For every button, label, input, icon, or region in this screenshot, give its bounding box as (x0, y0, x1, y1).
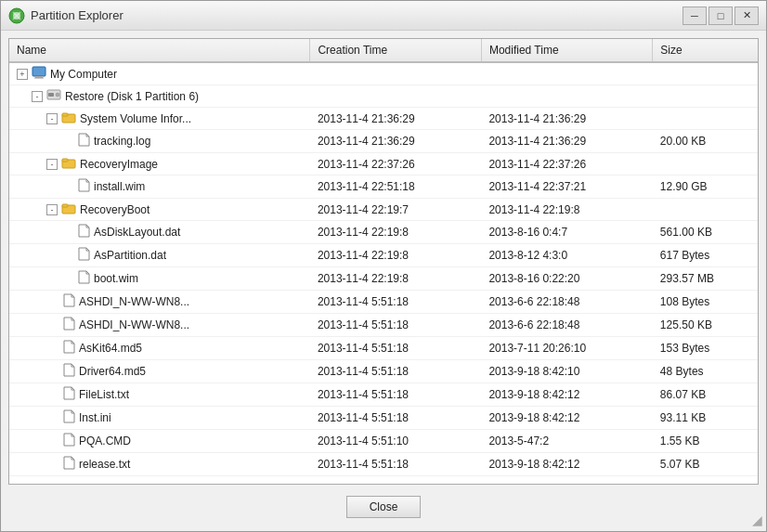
row-name-text: FileList.txt (79, 388, 129, 401)
cell-size: 12.90 GB (653, 175, 758, 199)
cell-creation: 2013-11-4 5:51:18 (310, 337, 481, 360)
cell-creation: 2013-11-4 21:36:29 (310, 108, 481, 130)
cell-modified: 2013-7-11 20:26:10 (481, 337, 652, 360)
table-row[interactable]: AsDiskLayout.dat2013-11-4 22:19:82013-8-… (9, 221, 758, 244)
cell-name: release.txt (9, 453, 310, 476)
table-row[interactable]: AsKit64.md52013-11-4 5:51:182013-7-11 20… (9, 337, 758, 360)
cell-name: AsDiskLayout.dat (9, 221, 310, 244)
cell-modified (481, 85, 652, 108)
file-table-container[interactable]: Name Creation Time Modified Time Size + … (8, 38, 759, 485)
file-icon (63, 386, 75, 403)
cell-size: 108 Bytes (653, 291, 758, 314)
cell-size: 1.55 KB (653, 430, 758, 453)
folder-icon (61, 110, 76, 126)
table-row[interactable]: Driver64.md52013-11-4 5:51:182013-9-18 8… (9, 360, 758, 383)
cell-creation (310, 85, 481, 108)
col-creation[interactable]: Creation Time (310, 39, 481, 62)
close-button[interactable]: Close (346, 496, 422, 518)
cell-modified: 2013-9-18 8:42:12 (481, 407, 652, 430)
cell-modified: 2013-9-18 8:42:12 (481, 453, 652, 476)
cell-size: 617 Bytes (653, 244, 758, 267)
cell-name: ASHDI_N-WW-WN8... (9, 314, 310, 337)
maximize-button[interactable]: □ (708, 6, 733, 25)
cell-size (653, 85, 758, 108)
table-row[interactable]: boot.wim2013-11-4 22:19:82013-8-16 0:22:… (9, 267, 758, 291)
cell-name: Driver64.md5 (9, 360, 310, 383)
cell-modified: 2013-11-4 22:37:26 (481, 153, 652, 175)
table-row[interactable]: - RecoveryBoot2013-11-4 22:19:72013-11-4… (9, 199, 758, 221)
table-row[interactable]: FileList.txt2013-11-4 5:51:182013-9-18 8… (9, 383, 758, 407)
table-row[interactable]: Inst.ini2013-11-4 5:51:182013-9-18 8:42:… (9, 407, 758, 430)
tree-expand-icon[interactable]: - (32, 91, 43, 102)
cell-size: 93.11 KB (653, 407, 758, 430)
titlebar: Partition Explorer ─ □ ✕ (1, 1, 766, 31)
close-window-button[interactable]: ✕ (734, 6, 759, 25)
svg-rect-7 (48, 93, 54, 97)
cell-creation: 2013-11-4 22:19:8 (310, 221, 481, 244)
cell-creation: 2013-11-4 5:51:18 (310, 314, 481, 337)
cell-size (653, 108, 758, 130)
tree-expand-icon[interactable]: + (17, 69, 28, 80)
cell-modified: 2013-5-47:2 (481, 430, 652, 453)
table-row[interactable]: ASHDI_N-WW-WN8...2013-11-4 5:51:182013-6… (9, 314, 758, 337)
row-name-text: Driver64.md5 (79, 365, 146, 378)
row-name-text: AsPartition.dat (94, 249, 166, 262)
file-icon (63, 409, 75, 426)
cell-size (653, 62, 758, 85)
cell-name: tracking.log (9, 130, 310, 153)
row-name-text: PQA.CMD (79, 435, 131, 448)
cell-size: 86.07 KB (653, 383, 758, 407)
file-icon (63, 433, 75, 449)
table-row[interactable]: - RecoveryImage2013-11-4 22:37:262013-11… (9, 153, 758, 175)
cell-creation: 2013-11-4 22:37:26 (310, 153, 481, 175)
row-name-text: Inst.ini (79, 411, 111, 424)
table-row[interactable]: + My Computer (9, 62, 758, 85)
tree-expand-icon[interactable]: - (46, 113, 58, 124)
cell-size (653, 199, 758, 221)
cell-creation: 2013-11-4 5:51:10 (310, 430, 481, 453)
table-row[interactable]: tracking.log2013-11-4 21:36:292013-11-4 … (9, 130, 758, 153)
file-icon (63, 340, 75, 357)
cell-modified: 2013-11-4 21:36:29 (481, 130, 652, 153)
file-table: Name Creation Time Modified Time Size + … (9, 39, 758, 476)
cell-name: - RecoveryBoot (9, 199, 310, 221)
col-size[interactable]: Size (653, 39, 758, 62)
file-icon (63, 456, 75, 473)
table-row[interactable]: PQA.CMD2013-11-4 5:51:102013-5-47:21.55 … (9, 430, 758, 453)
tree-expand-icon[interactable]: - (46, 159, 58, 170)
cell-name: Inst.ini (9, 407, 310, 430)
computer-icon (32, 66, 46, 82)
file-icon (63, 293, 75, 310)
table-row[interactable]: - System Volume Infor...2013-11-4 21:36:… (9, 108, 758, 130)
cell-creation: 2013-11-4 22:19:7 (310, 199, 481, 221)
cell-creation: 2013-11-4 5:51:18 (310, 453, 481, 476)
col-name[interactable]: Name (9, 39, 310, 62)
table-row[interactable]: install.wim2013-11-4 22:51:182013-11-4 2… (9, 175, 758, 199)
table-row[interactable]: release.txt2013-11-4 5:51:182013-9-18 8:… (9, 453, 758, 476)
cell-name: - System Volume Infor... (9, 108, 310, 130)
row-name-text: My Computer (50, 68, 117, 81)
row-name-text: ASHDI_N-WW-WN8... (79, 318, 189, 331)
svg-point-6 (56, 93, 59, 97)
cell-creation: 2013-11-4 22:51:18 (310, 175, 481, 199)
resize-handle[interactable]: ◢ (752, 513, 762, 527)
titlebar-left: Partition Explorer (8, 7, 124, 24)
minimize-button[interactable]: ─ (682, 6, 707, 25)
cell-name: AsKit64.md5 (9, 337, 310, 360)
row-name-text: AsKit64.md5 (79, 342, 142, 355)
titlebar-buttons: ─ □ ✕ (682, 6, 759, 25)
table-row[interactable]: ASHDI_N-WW-WN8...2013-11-4 5:51:182013-6… (9, 291, 758, 314)
col-modified[interactable]: Modified Time (481, 39, 652, 62)
app-icon (8, 7, 25, 24)
table-row[interactable]: - Restore (Disk 1 Partition 6) (9, 85, 758, 108)
cell-name: install.wim (9, 175, 310, 199)
row-name-text: RecoveryBoot (80, 203, 150, 216)
svg-rect-2 (32, 67, 46, 76)
svg-rect-4 (34, 78, 44, 79)
file-icon (78, 133, 90, 149)
cell-name: ASHDI_N-WW-WN8... (9, 291, 310, 314)
cell-modified: 2013-9-18 8:42:12 (481, 383, 652, 407)
tree-expand-icon[interactable]: - (46, 204, 58, 215)
cell-size: 48 Bytes (653, 360, 758, 383)
table-row[interactable]: AsPartition.dat2013-11-4 22:19:82013-8-1… (9, 244, 758, 267)
